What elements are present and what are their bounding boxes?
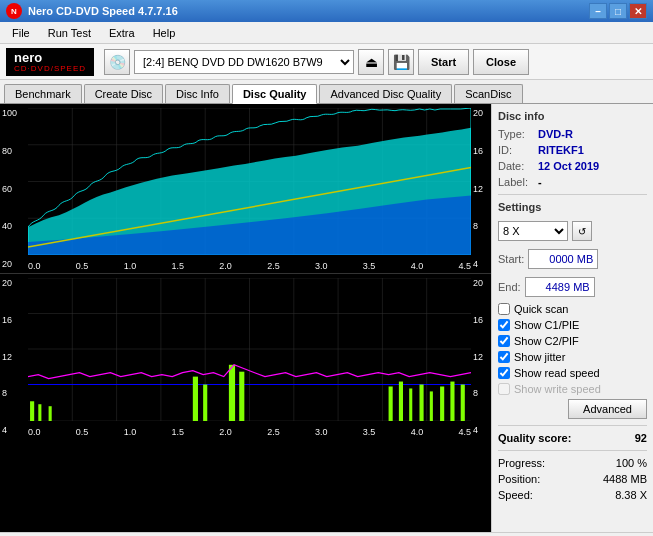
eject-icon-btn[interactable]: ⏏ <box>358 49 384 75</box>
end-input[interactable] <box>525 277 595 297</box>
settings-title: Settings <box>498 201 647 213</box>
chart-bottom-y-right: 20 16 12 8 4 <box>471 274 491 439</box>
tab-benchmark[interactable]: Benchmark <box>4 84 82 103</box>
show-c2pif-checkbox[interactable] <box>498 335 510 347</box>
chart-bottom-y-left: 20 16 12 8 4 <box>0 274 28 439</box>
start-input[interactable] <box>528 249 598 269</box>
progress-value: 100 % <box>616 457 647 469</box>
tab-disc-quality[interactable]: Disc Quality <box>232 84 318 104</box>
show-c1pie-label: Show C1/PIE <box>514 319 579 331</box>
disc-date-row: Date: 12 Oct 2019 <box>498 160 647 172</box>
svg-rect-43 <box>450 382 454 421</box>
save-icon-btn[interactable]: 💾 <box>388 49 414 75</box>
show-c2pif-row: Show C2/PIF <box>498 335 647 347</box>
svg-rect-36 <box>239 372 244 421</box>
svg-rect-39 <box>409 388 412 421</box>
tab-create-disc[interactable]: Create Disc <box>84 84 163 103</box>
type-label: Type: <box>498 128 534 140</box>
svg-rect-31 <box>38 404 41 421</box>
svg-rect-42 <box>440 386 444 421</box>
menu-run-test[interactable]: Run Test <box>40 25 99 41</box>
position-label: Position: <box>498 473 540 485</box>
svg-rect-38 <box>399 382 403 421</box>
chart-area: 100 80 60 40 20 20 16 12 8 4 <box>0 104 491 532</box>
svg-rect-35 <box>229 365 235 421</box>
chart-top-y-right: 20 16 12 8 4 <box>471 104 491 273</box>
menu-bar: File Run Test Extra Help <box>0 22 653 44</box>
refresh-icon-btn[interactable]: ↺ <box>572 221 592 241</box>
id-label: ID: <box>498 144 534 156</box>
stats-bar: PI Errors Average: 30.42 Maximum: 98 Tot… <box>0 532 653 536</box>
show-c1pie-row: Show C1/PIE <box>498 319 647 331</box>
show-write-speed-row: Show write speed <box>498 383 647 395</box>
title-bar: N Nero CD-DVD Speed 4.7.7.16 – □ ✕ <box>0 0 653 22</box>
menu-file[interactable]: File <box>4 25 38 41</box>
disc-type-row: Type: DVD-R <box>498 128 647 140</box>
quick-scan-label: Quick scan <box>514 303 568 315</box>
quality-score-row: Quality score: 92 <box>498 432 647 444</box>
chart-bottom: 20 16 12 8 4 20 16 12 8 4 <box>0 274 491 439</box>
window-controls: – □ ✕ <box>589 3 647 19</box>
show-jitter-row: Show jitter <box>498 351 647 363</box>
menu-extra[interactable]: Extra <box>101 25 143 41</box>
show-read-speed-checkbox[interactable] <box>498 367 510 379</box>
disc-id-row: ID: RITEKF1 <box>498 144 647 156</box>
position-value: 4488 MB <box>603 473 647 485</box>
start-button[interactable]: Start <box>418 49 469 75</box>
show-read-speed-label: Show read speed <box>514 367 600 379</box>
chart-bottom-x-labels: 0.0 0.5 1.0 1.5 2.0 2.5 3.0 3.5 4.0 4.5 <box>28 427 471 437</box>
tab-scandisc[interactable]: ScanDisc <box>454 84 522 103</box>
right-panel: Disc info Type: DVD-R ID: RITEKF1 Date: … <box>491 104 653 532</box>
speed-row-info: Speed: 8.38 X <box>498 489 647 501</box>
minimize-button[interactable]: – <box>589 3 607 19</box>
speed-info-label: Speed: <box>498 489 533 501</box>
progress-label: Progress: <box>498 457 545 469</box>
disc-label-label: Label: <box>498 176 534 188</box>
speed-select[interactable]: 8 X 4 X 12 X 16 X <box>498 221 568 241</box>
maximize-button[interactable]: □ <box>609 3 627 19</box>
show-jitter-checkbox[interactable] <box>498 351 510 363</box>
quality-score-value: 92 <box>635 432 647 444</box>
svg-rect-40 <box>419 385 423 421</box>
quality-score-label: Quality score: <box>498 432 571 444</box>
speed-info-value: 8.38 X <box>615 489 647 501</box>
position-row: Position: 4488 MB <box>498 473 647 485</box>
app-logo: nero CD·DVD/SPEED <box>6 48 94 76</box>
disc-icon-btn[interactable]: 💿 <box>104 49 130 75</box>
show-write-speed-checkbox <box>498 383 510 395</box>
show-c1pie-checkbox[interactable] <box>498 319 510 331</box>
disc-label-value: - <box>538 176 542 188</box>
svg-rect-30 <box>30 401 34 421</box>
svg-rect-32 <box>49 406 52 421</box>
tab-advanced-disc-quality[interactable]: Advanced Disc Quality <box>319 84 452 103</box>
disc-info-title: Disc info <box>498 110 647 122</box>
chart-top-x-labels: 0.0 0.5 1.0 1.5 2.0 2.5 3.0 3.5 4.0 4.5 <box>28 261 471 271</box>
close-button[interactable]: ✕ <box>629 3 647 19</box>
date-value: 12 Oct 2019 <box>538 160 599 172</box>
id-value: RITEKF1 <box>538 144 584 156</box>
svg-rect-44 <box>461 385 465 421</box>
end-row: End: <box>498 277 647 297</box>
chart-top-canvas <box>28 108 471 255</box>
separator-2 <box>498 425 647 426</box>
type-value: DVD-R <box>538 128 573 140</box>
start-row: Start: <box>498 249 647 269</box>
quick-scan-checkbox[interactable] <box>498 303 510 315</box>
show-c2pif-label: Show C2/PIF <box>514 335 579 347</box>
advanced-button[interactable]: Advanced <box>568 399 647 419</box>
svg-rect-41 <box>430 391 433 421</box>
show-read-speed-row: Show read speed <box>498 367 647 379</box>
tab-disc-info[interactable]: Disc Info <box>165 84 230 103</box>
show-write-speed-label: Show write speed <box>514 383 601 395</box>
close-toolbar-button[interactable]: Close <box>473 49 529 75</box>
progress-row: Progress: 100 % <box>498 457 647 469</box>
menu-help[interactable]: Help <box>145 25 184 41</box>
chart-top-y-left: 100 80 60 40 20 <box>0 104 28 273</box>
svg-rect-37 <box>389 386 393 421</box>
chart-top: 100 80 60 40 20 20 16 12 8 4 <box>0 104 491 274</box>
toolbar: nero CD·DVD/SPEED 💿 [2:4] BENQ DVD DD DW… <box>0 44 653 80</box>
svg-rect-33 <box>193 377 198 421</box>
show-jitter-label: Show jitter <box>514 351 565 363</box>
tab-bar: Benchmark Create Disc Disc Info Disc Qua… <box>0 80 653 104</box>
drive-select[interactable]: [2:4] BENQ DVD DD DW1620 B7W9 <box>134 50 354 74</box>
